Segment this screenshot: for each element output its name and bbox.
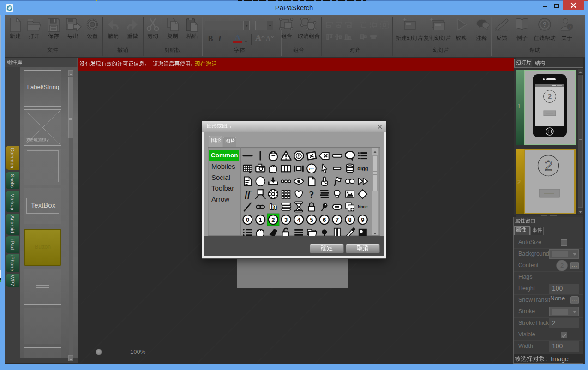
svg-text:7: 7 xyxy=(336,216,339,223)
svg-text:ff: ff xyxy=(245,189,251,199)
svg-text:6: 6 xyxy=(323,216,326,223)
svg-text:?: ? xyxy=(543,21,547,28)
svg-text:3: 3 xyxy=(284,216,288,223)
svg-text:cc: cc xyxy=(309,166,314,171)
svg-text:2: 2 xyxy=(271,216,275,223)
svg-text:0: 0 xyxy=(246,216,249,223)
svg-text:8: 8 xyxy=(348,216,351,223)
svg-text:in: in xyxy=(270,203,276,211)
svg-text:5: 5 xyxy=(310,216,313,223)
svg-text:1: 1 xyxy=(259,216,262,223)
svg-text:None: None xyxy=(358,204,368,209)
svg-text:4: 4 xyxy=(297,216,301,223)
svg-text:2: 2 xyxy=(548,93,552,100)
svg-text:?: ? xyxy=(309,189,314,200)
svg-text:2: 2 xyxy=(544,158,552,174)
svg-text:digg: digg xyxy=(357,166,368,171)
svg-text:9: 9 xyxy=(361,216,364,223)
